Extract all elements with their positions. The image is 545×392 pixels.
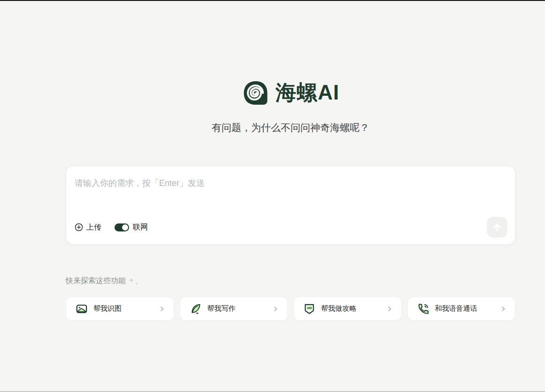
window-top-edge (0, 0, 545, 1)
upload-button[interactable]: 上传 (75, 223, 101, 232)
send-button[interactable] (487, 217, 507, 238)
tagline: 有问题，为什么不问问神奇海螺呢？ (66, 121, 515, 134)
image-icon (76, 303, 88, 315)
chevron-right-icon (159, 306, 165, 312)
web-search-toggle[interactable] (115, 223, 129, 231)
card-writing[interactable]: 帮我写作 (180, 297, 288, 321)
svg-text:100: 100 (307, 306, 312, 309)
sparkle-small-icon: ✦ (135, 280, 138, 288)
quill-icon (190, 303, 202, 315)
chevron-right-icon (500, 306, 507, 312)
upload-label: 上传 (86, 223, 101, 232)
chevron-right-icon (272, 306, 279, 312)
app-title: 海螺AI (276, 79, 339, 107)
plus-circle-icon (75, 223, 83, 231)
card-label: 帮我写作 (207, 304, 236, 313)
phone-call-icon (417, 303, 430, 315)
composer-toolbar: 上传 联网 (75, 217, 507, 238)
sparkle-icon: ✦ (129, 276, 134, 284)
card-label: 帮我做攻略 (321, 304, 356, 313)
app-logo: 海螺AI (66, 79, 515, 107)
prompt-composer: 上传 联网 (66, 166, 515, 245)
arrow-up-icon (492, 222, 502, 232)
card-label: 和我语音通话 (435, 304, 477, 313)
explore-title-text: 快来探索这些功能 (66, 276, 126, 286)
web-search-control: 联网 (115, 223, 148, 232)
card-label: 帮我识图 (93, 304, 122, 313)
toggle-knob (122, 224, 128, 231)
card-image-recognition[interactable]: 帮我识图 (66, 297, 174, 321)
prompt-input[interactable] (75, 177, 507, 215)
feature-cards: 帮我识图 帮我写作 100 帮我做攻略 (66, 297, 515, 321)
badge-100-icon: 100 (303, 303, 315, 315)
explore-section-title: 快来探索这些功能 ✦ ✦ (66, 276, 138, 288)
snail-icon (242, 79, 269, 107)
card-voice-call[interactable]: 和我语音通话 (407, 297, 516, 321)
web-search-label: 联网 (133, 223, 148, 232)
card-guide[interactable]: 100 帮我做攻略 (293, 297, 402, 321)
chevron-right-icon (386, 306, 393, 312)
